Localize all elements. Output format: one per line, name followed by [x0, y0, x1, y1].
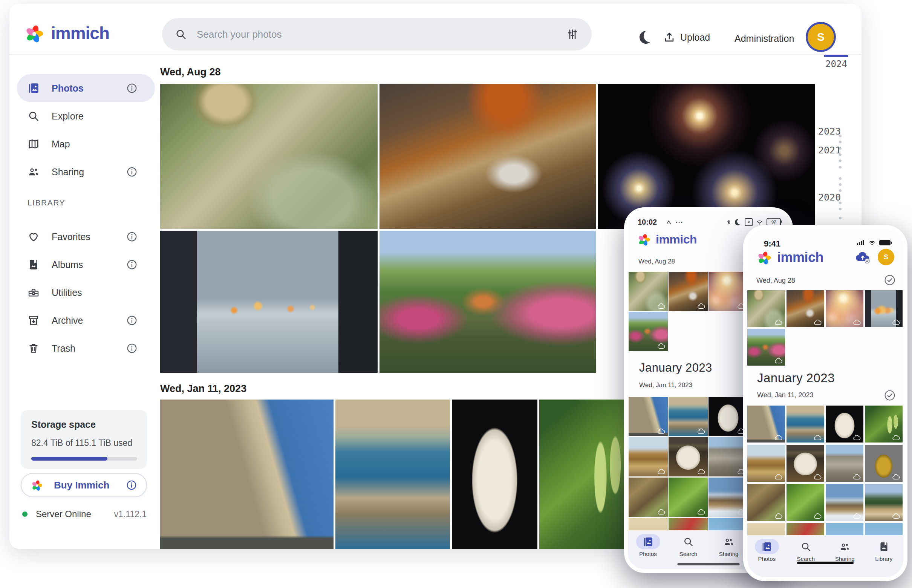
info-icon[interactable]: [126, 342, 137, 354]
photo-thumbnail-snowy-village[interactable]: [709, 478, 748, 517]
nav-tab-label: Photos: [639, 551, 657, 557]
photo-thumbnail-ground-lizard[interactable]: [747, 484, 785, 521]
sidebar-item-label: Map: [52, 139, 70, 150]
photo-thumbnail-autumn-dinner-table[interactable]: [379, 84, 596, 229]
immich-logo[interactable]: immich: [24, 23, 109, 44]
photo-thumbnail-fortress-wall[interactable]: [160, 399, 334, 549]
photo-thumbnail-fireworks[interactable]: [709, 272, 748, 311]
photo-thumbnail-beach-cliff[interactable]: [747, 445, 785, 482]
nav-tab-search[interactable]: Search: [786, 535, 826, 577]
photo-thumbnail-ruined-wall[interactable]: [826, 445, 864, 482]
immich-flower-icon: [24, 23, 45, 44]
photo-thumbnail-garden-path[interactable]: [747, 329, 785, 366]
photo-thumbnail-marble-bust[interactable]: [826, 405, 864, 443]
sidebar-item-favorites[interactable]: Favorites: [17, 223, 155, 250]
photo-thumbnail-sea-grape-plant[interactable]: [539, 399, 632, 549]
photo-thumbnail-marble-bust[interactable]: [709, 397, 748, 436]
month-header: January 2023: [757, 371, 835, 385]
photo-thumbnail-moss-lizard[interactable]: [668, 478, 708, 517]
buy-immich-button[interactable]: Buy Immich: [21, 473, 147, 497]
photo-thumbnail-garden-path[interactable]: [629, 312, 668, 351]
dark-mode-toggle-moon-icon[interactable]: [639, 31, 652, 44]
sidebar-item-photos[interactable]: Photos: [17, 74, 155, 102]
photo-thumbnail-holding-hands[interactable]: [160, 231, 378, 373]
photo-thumbnail-coastal-town[interactable]: [336, 399, 450, 549]
photo-thumbnail-autumn-dinner-table[interactable]: [668, 272, 708, 311]
photo-thumbnail-ruined-wall[interactable]: [709, 437, 748, 477]
info-icon[interactable]: [126, 82, 137, 94]
photo-thumbnail-stone-sculpture[interactable]: [668, 437, 708, 477]
battery-icon: [879, 240, 891, 246]
cloud-backup-icon: [814, 435, 822, 441]
info-icon[interactable]: [126, 166, 137, 178]
photo-thumbnail-fortress-wall[interactable]: [747, 405, 785, 443]
photo-thumbnail-zoo-monkeys[interactable]: [629, 272, 668, 311]
photo-thumbnail-marble-bust[interactable]: [452, 399, 538, 549]
photo-thumbnail-garden-path[interactable]: [379, 231, 596, 373]
photo-thumbnail-moss-lizard[interactable]: [786, 484, 824, 521]
storage-progress-bar: [31, 457, 137, 460]
photo-thumbnail-beach-cliff[interactable]: [629, 437, 668, 477]
photo-thumbnail-alpine-village[interactable]: [865, 484, 902, 521]
nav-tab-photos[interactable]: Photos: [747, 535, 786, 577]
timeline-year-2020[interactable]: 2020: [818, 192, 841, 203]
sidebar-item-archive[interactable]: Archive: [17, 307, 155, 334]
cloud-backup-icon: [775, 435, 783, 441]
cloud-backup-icon: [814, 474, 822, 480]
info-icon[interactable]: [126, 231, 137, 242]
sidebar-item-trash[interactable]: Trash: [17, 334, 155, 362]
select-day-check-icon[interactable]: [884, 389, 896, 401]
sidebar-item-albums[interactable]: Albums: [17, 250, 155, 279]
photo-thumbnail-stone-sculpture[interactable]: [786, 445, 824, 482]
cloud-backup-icon: [892, 513, 900, 519]
timeline-year-2023[interactable]: 2023: [818, 126, 841, 137]
sidebar-item-label: Photos: [52, 83, 84, 94]
nav-tab-photos[interactable]: Photos: [628, 530, 668, 569]
timeline-tick-dot: [839, 202, 841, 204]
photo-thumbnail-coastal-town[interactable]: [786, 405, 824, 443]
sidebar-item-map[interactable]: Map: [17, 130, 155, 158]
info-icon[interactable]: [126, 315, 137, 326]
sidebar-item-explore[interactable]: Explore: [17, 102, 155, 130]
date-header-january: Wed, Jan 11, 2023: [639, 381, 692, 389]
timeline-year-2021[interactable]: 2021: [818, 145, 841, 156]
search-filters-icon[interactable]: [566, 28, 579, 41]
user-avatar[interactable]: S: [878, 249, 894, 265]
select-day-check-icon[interactable]: [884, 274, 896, 286]
photos-icon: [27, 82, 40, 94]
immich-logo: immich: [637, 232, 697, 247]
photo-thumbnail-sea-grape-plant[interactable]: [865, 405, 902, 443]
cloud-backup-icon: [853, 319, 861, 325]
nav-tab-library[interactable]: Library: [865, 535, 904, 577]
nav-tab-sharing[interactable]: Sharing: [825, 535, 865, 577]
photo-thumbnail-zoo-monkeys[interactable]: [160, 84, 378, 229]
photo-thumbnail-zoo-monkeys[interactable]: [747, 290, 785, 327]
ios-phone-mockup: 9:41: [743, 225, 907, 581]
archive-icon: [27, 314, 40, 326]
cloud-backup-icon: [657, 428, 665, 434]
sidebar-item-sharing[interactable]: Sharing: [17, 158, 155, 186]
sidebar-item-utilities[interactable]: Utilities: [17, 279, 155, 307]
upload-button[interactable]: Upload: [663, 31, 710, 44]
photo-thumbnail-fireworks[interactable]: [826, 290, 864, 327]
nav-tab-label: Search: [797, 556, 815, 562]
sync-cloud-icon[interactable]: [854, 250, 872, 264]
timeline-scrubber-indicator[interactable]: [824, 55, 848, 57]
administration-link[interactable]: Administration: [734, 33, 794, 44]
cloud-backup-icon: [697, 303, 705, 309]
photo-thumbnail-fortress-wall[interactable]: [629, 397, 668, 436]
info-icon[interactable]: [126, 480, 137, 491]
photo-thumbnail-autumn-dinner-table[interactable]: [786, 290, 824, 327]
timeline-active-year[interactable]: 2024: [822, 59, 851, 69]
user-avatar[interactable]: S: [808, 24, 834, 50]
photo-thumbnail-snowy-village[interactable]: [826, 484, 864, 521]
status-left-icons: ···: [665, 219, 683, 226]
date-header-january: Wed, Jan 11, 2023: [160, 383, 247, 395]
timeline-tick-dot: [839, 177, 841, 180]
photo-thumbnail-holding-hands[interactable]: [865, 290, 902, 327]
info-icon[interactable]: [126, 259, 137, 270]
search-input[interactable]: Search your photos: [162, 18, 592, 50]
photo-thumbnail-coastal-town[interactable]: [668, 397, 708, 436]
photo-thumbnail-ornate-trophy[interactable]: [865, 445, 902, 482]
photo-thumbnail-ground-lizard[interactable]: [629, 478, 668, 517]
